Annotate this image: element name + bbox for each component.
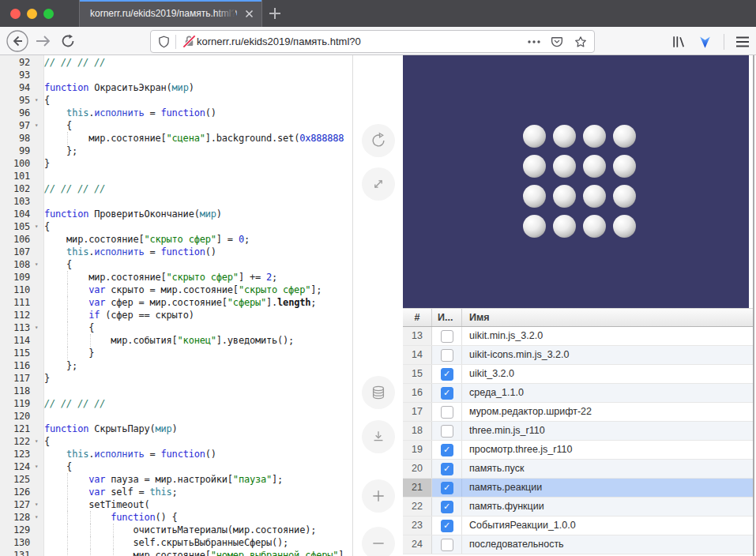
fold-arrow-icon[interactable]: ▾ [30,220,43,233]
row-checkbox[interactable]: ✓ [441,444,453,456]
table-row[interactable]: 14uikit-icons.min.js_3.2.0 [403,346,754,365]
row-checkbox[interactable] [441,330,453,343]
code-line[interactable]: мир.состояние["скрыто сфер"] = 0; [44,233,352,246]
code-line[interactable] [44,410,352,423]
code-line[interactable]: function ПроверитьОкончание(мир) [44,208,352,220]
code-line[interactable]: // // // // [44,182,352,195]
row-checkbox[interactable]: ✓ [441,501,453,513]
code-line[interactable]: { [44,435,352,448]
code-line[interactable]: мир.состояние["скрыто сфер"] += 2; [44,271,352,284]
table-row[interactable]: 19✓просмотр.three.js_r110 [403,441,754,460]
page-actions-dots-icon[interactable] [528,40,540,43]
sphere[interactable] [553,215,576,238]
back-button[interactable] [6,29,29,53]
table-row[interactable]: 17муром.редактор.шрифт-22 [403,403,754,422]
code-line[interactable]: if (сфер == скрыто) [44,309,352,321]
url-text[interactable]: kornerr.ru/ekids2019/память.html?0 [197,36,521,47]
zoom-in-button[interactable] [362,479,395,513]
sphere[interactable] [583,125,606,148]
sphere[interactable] [613,155,636,178]
table-row[interactable]: 16✓среда_1.1.0 [403,384,754,403]
code-line[interactable]: var пауза = мир.настройки["пауза"]; [44,473,352,486]
fold-arrow-icon[interactable]: ▾ [30,258,43,271]
code-line[interactable] [44,69,352,81]
row-checkbox[interactable] [441,539,453,551]
code-line[interactable]: } [44,157,352,170]
code-line[interactable]: // // // // [44,397,352,410]
row-checkbox[interactable] [441,406,453,419]
code-line[interactable]: { [44,258,352,271]
row-checkbox[interactable]: ✓ [441,387,453,400]
code-line[interactable]: { [44,220,352,233]
table-row[interactable]: 23✓СобытияРеакции_1.0.0 [403,517,754,535]
code-line[interactable]: var скрыто = мир.состояние["скрыто сфер"… [44,284,352,296]
row-checkbox[interactable] [441,349,453,362]
code-editor[interactable]: 92939495▾9697▾9899100101102103104105▾106… [0,55,353,556]
row-checkbox[interactable] [441,425,453,438]
row-checkbox[interactable]: ✓ [441,482,453,494]
code-line[interactable]: this.исполнить = function() [44,246,352,258]
code-line[interactable]: var сфер = мир.состояние["сферы"].length… [44,296,352,309]
code-line[interactable]: { [44,119,352,132]
code-line[interactable]: setTimeout( [44,498,352,511]
blue-v-extension-icon[interactable] [698,35,713,50]
sphere[interactable] [613,215,636,238]
run-refresh-button[interactable] [362,124,395,157]
forward-button[interactable] [35,34,51,48]
table-row[interactable]: 21✓память.реакции [403,479,754,498]
code-line[interactable]: мир.состояние["сцена"].background.set(0x… [44,132,352,145]
fold-arrow-icon[interactable]: ▾ [30,460,43,473]
sphere[interactable] [523,155,546,178]
code-line[interactable]: очиститьМатериалы(мир.состояние); [44,524,352,536]
code-line[interactable]: function СкрытьПару(мир) [44,423,352,435]
fold-arrow-icon[interactable]: ▾ [30,435,43,448]
table-row[interactable]: 24последовательность [403,535,754,554]
fold-arrow-icon[interactable]: ▾ [30,321,43,334]
reload-button[interactable] [61,34,75,48]
menu-hamburger-icon[interactable] [735,36,750,47]
fold-arrow-icon[interactable]: ▾ [30,94,43,107]
new-tab-button[interactable] [269,7,281,20]
code-line[interactable] [44,195,352,208]
fullscreen-expand-button[interactable] [362,167,395,201]
database-layers-button[interactable] [362,376,395,409]
row-checkbox[interactable]: ✓ [441,520,453,532]
code-lines[interactable]: // // // //function ОкраситьЭкран(мир){ … [44,55,352,556]
tracking-protection-shield-icon[interactable] [157,35,171,49]
sphere[interactable] [553,125,576,148]
scene-canvas[interactable] [403,55,749,308]
table-row[interactable]: 18three.min.js_r110 [403,422,754,441]
sphere[interactable] [583,185,606,208]
fold-arrow-icon[interactable]: ▾ [30,119,43,132]
table-row[interactable]: 20✓память.пуск [403,460,754,479]
table-row[interactable]: 22✓память.функции [403,498,754,517]
code-line[interactable]: this.исполнить = function() [44,107,352,119]
sphere[interactable] [523,215,546,238]
gutter[interactable]: 92939495▾9697▾9899100101102103104105▾106… [0,55,44,556]
zoom-window-button[interactable] [43,9,54,19]
sphere[interactable] [583,155,606,178]
code-line[interactable]: function ОкраситьЭкран(мир) [44,81,352,94]
table-row[interactable]: 13uikit.min.js_3.2.0 [403,327,754,346]
code-line[interactable]: мир.события["конец"].уведомить(); [44,334,352,347]
url-bar[interactable]: kornerr.ru/ekids2019/память.html?0 [150,30,595,53]
code-line[interactable]: this.исполнить = function() [44,448,352,460]
code-line[interactable]: // // // // [44,56,352,69]
zoom-out-button[interactable] [362,527,395,556]
bookmark-star-icon[interactable] [574,35,588,49]
code-line[interactable]: } [44,372,352,385]
code-line[interactable]: function() { [44,511,352,524]
code-line[interactable]: { [44,321,352,334]
tab-close-icon[interactable] [243,7,255,20]
fold-arrow-icon[interactable]: ▾ [30,511,43,524]
library-icon[interactable] [671,34,686,50]
sphere[interactable] [553,185,576,208]
pocket-icon[interactable] [550,35,564,49]
row-checkbox[interactable]: ✓ [441,463,453,475]
sphere[interactable] [613,125,636,148]
browser-tab[interactable]: kornerr.ru/ekids2019/память.html?0 [79,0,262,27]
row-checkbox[interactable]: ✓ [441,368,453,381]
table-row[interactable]: 15✓uikit_3.2.0 [403,365,754,384]
code-line[interactable]: }; [44,145,352,157]
sphere[interactable] [583,215,606,238]
